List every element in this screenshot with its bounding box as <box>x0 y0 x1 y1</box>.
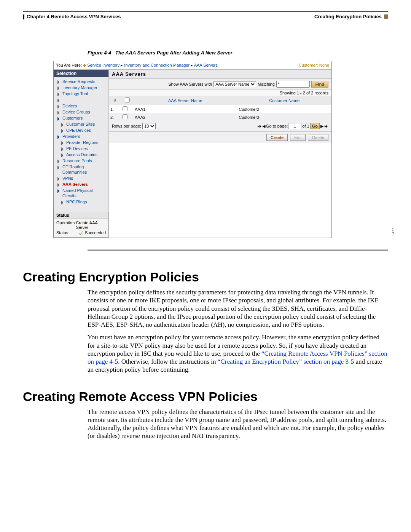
sidebar-subitem[interactable]: Customer Sites <box>55 121 107 127</box>
section-body-encryption: The encryption policy defines the securi… <box>88 288 388 374</box>
running-header: Chapter 4 Remote Access VPN Services Cre… <box>23 14 388 19</box>
success-icon <box>79 231 83 235</box>
section-divider <box>88 249 388 251</box>
chevron-right-icon <box>57 117 61 121</box>
link-creating-enc-policy[interactable]: “Creating an Encryption Policy” section … <box>218 358 354 365</box>
sidebar-item[interactable]: Service Requests <box>55 78 107 85</box>
status-panel: Status Operation: Create AAA Server Stat… <box>54 212 108 238</box>
create-button[interactable]: Create <box>266 134 288 141</box>
arrow-icon <box>61 147 64 151</box>
row-checkbox[interactable] <box>123 106 127 111</box>
main-panel: AAA Servers Show AAA Servers with AAA Se… <box>109 70 331 238</box>
chapter-label: Chapter 4 Remote Access VPN Services <box>27 14 121 19</box>
crumb-service-inventory[interactable]: Service Inventory <box>87 63 119 67</box>
sidebar-item[interactable]: VPNs <box>55 175 107 181</box>
prev-page-icon[interactable]: ◀ <box>262 124 265 129</box>
arrow-icon <box>61 123 64 127</box>
arrow-icon <box>61 201 64 204</box>
sidebar-item[interactable] <box>55 97 107 103</box>
arrow-icon <box>57 160 61 163</box>
sidebar-subitem[interactable]: PE Devices <box>55 145 107 152</box>
figure-caption: Figure 4-4 The AAA Servers Page After Ad… <box>88 50 388 56</box>
sidebar-subitem[interactable]: Provider Regions <box>55 139 107 145</box>
records-info: Showing 1 - 2 of 2 records <box>109 90 331 96</box>
row-checkbox[interactable] <box>123 114 127 119</box>
chevron-right-icon <box>57 135 61 139</box>
section-title-ravpn: Creating Remote Access VPN Policies <box>23 389 388 404</box>
edit-button[interactable]: Edit <box>290 134 306 141</box>
sidebar-subitem[interactable]: Access Domains <box>55 152 107 158</box>
col-customer-name[interactable]: Customer Name <box>237 96 331 105</box>
arrow-icon <box>61 141 64 145</box>
status-value: Succeeded <box>85 230 106 235</box>
filter-field-select[interactable]: AAA Server Name <box>213 81 256 87</box>
next-page-icon[interactable]: ▶ <box>320 124 323 129</box>
rows-per-page-select[interactable]: 10 <box>142 123 156 129</box>
sidebar-item[interactable]: Customers <box>55 115 107 121</box>
arrow-icon <box>57 183 61 187</box>
select-all-checkbox[interactable] <box>125 97 130 102</box>
sidebar-item[interactable]: CE Routing Communities <box>55 164 107 175</box>
arrow-icon <box>57 166 61 169</box>
arrow-icon <box>57 111 61 115</box>
last-page-icon[interactable]: ⏭ <box>324 124 328 128</box>
arrow-icon <box>57 93 61 96</box>
header-square-icon <box>384 14 388 19</box>
status-operation: Create AAA Server <box>76 220 106 230</box>
header-rule <box>23 11 388 12</box>
section-right: Creating Encryption Policies <box>314 14 382 19</box>
delete-button[interactable]: Delete <box>308 134 328 141</box>
chevron-right-icon <box>57 189 61 193</box>
action-bar: Create Edit Delete <box>109 131 331 143</box>
arrow-icon <box>57 105 61 109</box>
panel-title: AAA Servers <box>109 70 331 79</box>
arrow-icon <box>61 153 64 157</box>
crumb-aaa-servers[interactable]: AAA Servers <box>194 63 218 67</box>
aaa-servers-table: # AAA Server Name Customer Name 1.AAA1Cu… <box>109 96 331 121</box>
arrow-icon <box>57 80 61 84</box>
sidebar-item[interactable]: AAA Servers <box>55 181 107 187</box>
sidebar: Selection Service RequestsInventory Mana… <box>54 70 109 238</box>
first-page-icon[interactable]: ⏮ <box>257 124 261 128</box>
arrow-icon <box>57 99 61 102</box>
sidebar-item[interactable]: Named Physical Circuits <box>55 187 107 199</box>
sidebar-item[interactable]: Resource Pools <box>55 158 107 164</box>
table-row[interactable]: 2.AAA2Customer3 <box>109 113 331 121</box>
screenshot-wrapper: You Are Here: ◆ Service Inventory ▸ Inve… <box>23 61 388 238</box>
customer-value: None <box>319 63 329 67</box>
pager: Rows per page: 10 ⏮ ◀ Go to page: of 1 G… <box>109 121 331 131</box>
filter-toolbar: Show AAA Servers with AAA Server Name Ma… <box>109 79 331 90</box>
sidebar-item[interactable]: Inventory Manager <box>55 85 107 91</box>
goto-page-input[interactable] <box>288 123 301 129</box>
selection-header: Selection <box>54 70 108 77</box>
arrow-icon <box>57 86 61 90</box>
crumb-inventory-conn-mgr[interactable]: Inventory and Connection Manager <box>124 63 190 67</box>
sidebar-item[interactable]: Devices <box>55 103 107 109</box>
col-server-name[interactable]: AAA Server Name <box>133 96 237 105</box>
sidebar-item[interactable]: Topology Tool <box>55 91 107 97</box>
status-header: Status <box>54 212 108 219</box>
section-body-ravpn: The remote access VPN policy defines the… <box>88 408 388 440</box>
filter-input[interactable] <box>276 81 310 88</box>
aaa-servers-screenshot: You Are Here: ◆ Service Inventory ▸ Inve… <box>53 61 332 238</box>
sidebar-subitem[interactable]: NPC Rings <box>55 199 107 205</box>
table-row[interactable]: 1.AAA1Customer2 <box>109 105 331 113</box>
breadcrumb: You Are Here: ◆ Service Inventory ▸ Inve… <box>54 61 331 70</box>
sidebar-item[interactable]: Providers <box>55 133 107 139</box>
arrow-icon <box>61 129 64 133</box>
find-button[interactable]: Find <box>311 81 328 88</box>
arrow-icon <box>57 177 61 181</box>
section-title-encryption: Creating Encryption Policies <box>23 270 388 284</box>
figure-side-number: 114226 <box>391 225 395 238</box>
sidebar-item[interactable]: Device Groups <box>55 109 107 115</box>
sidebar-subitem[interactable]: CPE Devices <box>55 127 107 133</box>
go-button[interactable]: Go <box>310 123 320 129</box>
